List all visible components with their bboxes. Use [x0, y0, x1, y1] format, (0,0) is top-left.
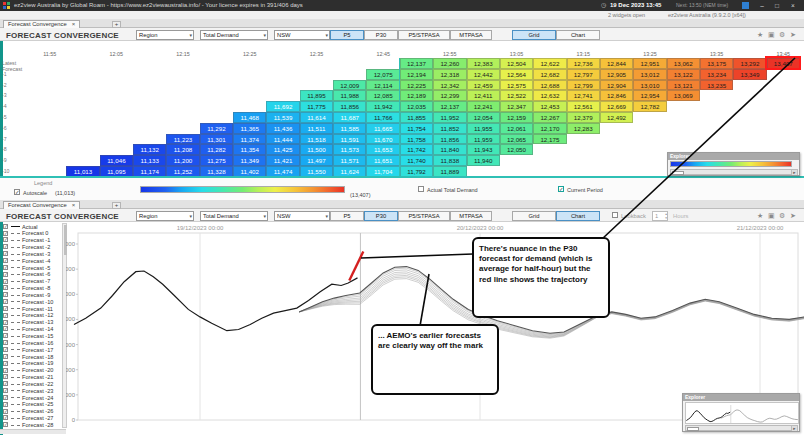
series-list-item[interactable]: ✓Forecast -16: [2, 339, 62, 346]
heatmap-cell[interactable]: 11,959: [467, 134, 500, 145]
heatmap-cell[interactable]: 11,133: [133, 155, 166, 166]
heatmap-cell[interactable]: 11,895: [300, 90, 333, 101]
series-checkbox[interactable]: ✓: [3, 326, 8, 331]
series-list-item[interactable]: ✓Forecast -2: [2, 244, 62, 251]
heatmap-cell[interactable]: 12,904: [600, 80, 633, 91]
heatmap-cell[interactable]: 13,292: [733, 58, 766, 69]
series-checkbox[interactable]: ✓: [3, 402, 8, 407]
heatmap-cell[interactable]: 12,736: [567, 58, 600, 69]
heatmap-cell[interactable]: 11,444: [266, 134, 299, 145]
heatmap-cell[interactable]: 12,137: [433, 101, 466, 112]
heatmap-cell[interactable]: 13,121: [667, 80, 700, 91]
heatmap-cell[interactable]: 11,775: [300, 101, 333, 112]
series-checkbox[interactable]: ✓: [3, 340, 8, 345]
heatmap-cell[interactable]: 12,225: [400, 80, 433, 91]
explorer-scroll-arrow-icon[interactable]: ▸: [791, 426, 797, 431]
heatmap-cell[interactable]: 12,189: [400, 90, 433, 101]
heatmap-cell[interactable]: 13,069: [667, 90, 700, 101]
series-checkbox[interactable]: ✓: [3, 265, 8, 270]
series-list-item[interactable]: ✓Forecast -3: [2, 250, 62, 257]
series-list-item[interactable]: ✓Forecast 0: [2, 230, 62, 237]
heatmap-cell[interactable]: 12,688: [533, 80, 566, 91]
heatmap-cell[interactable]: 12,050: [500, 144, 533, 155]
heatmap-cell[interactable]: 13,012: [633, 69, 666, 80]
series-list-item[interactable]: ✓Forecast -19: [2, 360, 62, 367]
heatmap-cell[interactable]: 11,571: [333, 155, 366, 166]
series-checkbox[interactable]: ✓: [3, 258, 8, 263]
series-checkbox[interactable]: ✓: [3, 415, 8, 420]
heatmap-cell[interactable]: 11,651: [366, 155, 399, 166]
heatmap-cell[interactable]: 11,365: [233, 123, 266, 134]
series-list-item[interactable]: ✓Forecast -10: [2, 298, 62, 305]
heatmap-cell[interactable]: 12,905: [600, 69, 633, 80]
heatmap-cell[interactable]: 13,349: [733, 69, 766, 80]
heatmap-cell[interactable]: 12,846: [600, 90, 633, 101]
p5stpasa-button[interactable]: P5/STPASA: [398, 211, 450, 221]
actual-total-demand-checkbox[interactable]: [418, 186, 424, 192]
series-list-item[interactable]: ✓Forecast -13: [2, 319, 62, 326]
explorer-scroll-thumb[interactable]: [687, 427, 699, 431]
heatmap-cell[interactable]: 11,988: [333, 90, 366, 101]
heatmap-cell[interactable]: 12,799: [567, 80, 600, 91]
gear-icon[interactable]: ⚙: [779, 211, 785, 220]
series-checkbox[interactable]: ✓: [3, 237, 8, 242]
chart-button[interactable]: Chart: [556, 30, 600, 40]
series-list-item[interactable]: ✓Forecast -12: [2, 312, 62, 319]
series-list-item[interactable]: ✓Forecast -7: [2, 278, 62, 285]
heatmap-cell[interactable]: 11,436: [266, 123, 299, 134]
series-checkbox[interactable]: ✓: [3, 347, 8, 352]
heatmap-cell[interactable]: 12,318: [433, 69, 466, 80]
heatmap-cell[interactable]: 11,468: [233, 112, 266, 123]
heatmap-cell[interactable]: 11,292: [200, 123, 233, 134]
heatmap-cell[interactable]: 12,522: [500, 90, 533, 101]
heatmap-cell[interactable]: 12,267: [533, 112, 566, 123]
series-list-item[interactable]: ✓Forecast -26: [2, 408, 62, 415]
heatmap-cell[interactable]: 12,065: [500, 134, 533, 145]
series-list-item[interactable]: ✓Forecast -23: [2, 387, 62, 394]
heatmap-cell[interactable]: 12,035: [400, 101, 433, 112]
series-checkbox[interactable]: ✓: [3, 361, 8, 366]
clock-datetime[interactable]: 19 Dec 2023 13:45: [610, 0, 661, 11]
metric-select[interactable]: Total Demand▾: [200, 211, 268, 221]
heatmap-cell[interactable]: 11,591: [333, 134, 366, 145]
explorer-scrollbar[interactable]: ▸: [670, 169, 798, 175]
heatmap-cell[interactable]: 13,235: [700, 80, 733, 91]
heatmap-cell[interactable]: 12,442: [467, 69, 500, 80]
gear-icon[interactable]: ⚙: [779, 30, 785, 39]
heatmap-cell[interactable]: 11,838: [433, 155, 466, 166]
heatmap-cell[interactable]: 11,742: [400, 144, 433, 155]
p5stpasa-button[interactable]: P5/STPASA: [398, 30, 450, 40]
grid-button[interactable]: Grid: [512, 30, 556, 40]
heatmap-cell[interactable]: 11,223: [166, 134, 199, 145]
heatmap-cell[interactable]: 12,347: [500, 101, 533, 112]
series-checkbox[interactable]: ✓: [3, 422, 8, 427]
heatmap-cell[interactable]: 11,840: [433, 144, 466, 155]
series-list-item[interactable]: ✓Forecast -9: [2, 291, 62, 298]
heatmap-cell[interactable]: 12,085: [366, 90, 399, 101]
heatmap-cell[interactable]: 12,844: [600, 58, 633, 69]
series-checkbox[interactable]: ✓: [3, 388, 8, 393]
maximize-button[interactable]: □: [770, 0, 784, 11]
series-list-item[interactable]: ✓Forecast -28: [2, 421, 62, 428]
grid-button[interactable]: Grid: [512, 211, 556, 221]
heatmap-cell[interactable]: 12,137: [400, 58, 433, 69]
heatmap-cell[interactable]: 11,301: [200, 134, 233, 145]
heatmap-cell[interactable]: 11,518: [300, 134, 333, 145]
heatmap-cell[interactable]: 11,200: [166, 155, 199, 166]
series-checkbox[interactable]: ✓: [3, 279, 8, 284]
series-checkbox[interactable]: ✓: [3, 251, 8, 256]
heatmap-cell[interactable]: 12,114: [366, 80, 399, 91]
series-list-item[interactable]: ✓Forecast -17: [2, 346, 62, 353]
tab-forecast-convergence-2[interactable]: Forecast Convergence×: [3, 201, 80, 209]
mtpasa-button[interactable]: MTPASA: [450, 30, 492, 40]
series-checkbox[interactable]: ✓: [3, 292, 8, 297]
heatmap-cell[interactable]: 12,797: [567, 69, 600, 80]
lookback-checkbox[interactable]: [612, 212, 618, 218]
heatmap-cell[interactable]: 11,349: [233, 155, 266, 166]
heatmap-cell[interactable]: 12,175: [533, 134, 566, 145]
pin-icon[interactable]: ➤: [790, 30, 796, 39]
heatmap-cell[interactable]: 12,951: [633, 58, 666, 69]
current-period-checkbox[interactable]: ✓: [558, 186, 564, 192]
series-list-item[interactable]: ✓Forecast -27: [2, 415, 62, 422]
region-select[interactable]: Region▾: [136, 211, 194, 221]
